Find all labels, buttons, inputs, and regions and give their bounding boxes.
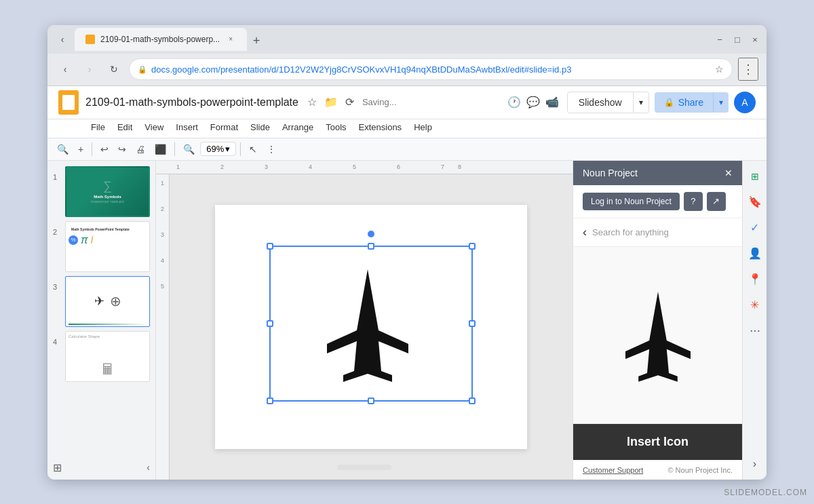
handle-br[interactable] [469,398,476,404]
sidebar-contacts-btn[interactable]: 👤 [745,244,765,264]
star-btn[interactable]: ☆ [303,93,322,112]
minimize-btn[interactable]: − [715,35,724,44]
paint-format-btn[interactable]: ⬛ [151,141,170,157]
forward-btn[interactable]: › [80,60,99,79]
share-label: Share [678,97,703,108]
zoom-display[interactable]: 69% ▾ [200,142,236,156]
history-icon-btn[interactable]: 🕐 [505,93,524,112]
customer-support-link[interactable]: Customer Support [583,466,643,474]
handle-tc[interactable] [368,243,374,250]
lock-icon: 🔒 [138,65,147,74]
noun-share-icon-btn[interactable]: ↗ [707,192,726,211]
slide-preview-1[interactable]: ∑ Math Symbols POWERPOINT TEMPLATE [65,166,150,217]
url-text: docs.google.com/presentation/d/1D12V2W2Y… [151,64,711,75]
new-tab-btn[interactable]: + [247,32,266,51]
history-btn[interactable]: ⟳ [341,93,360,112]
slide-thumb-4[interactable]: 4 Calculator Shape 🖩 [53,331,150,382]
folder-btn[interactable]: 📁 [322,93,341,112]
slide-canvas[interactable] [215,205,527,449]
slide-preview-2[interactable]: Math Symbols PowerPoint Template % π / [65,221,150,272]
slide-preview-3[interactable]: ✈ ⊕ [65,276,150,327]
slideshow-btn[interactable]: Slideshow [567,92,634,113]
browser-menu-btn[interactable]: ⋮ [738,58,758,81]
sidebar-sheets-btn[interactable]: ⊞ [745,166,765,187]
noun-close-btn[interactable]: ✕ [724,168,733,178]
zoom-out-btn[interactable]: 🔍 [53,141,73,157]
slide3-plane: ✈ [94,294,104,309]
noun-help-btn[interactable]: ? [684,192,703,211]
cursor-btn[interactable]: ↖ [245,141,261,157]
back-btn[interactable]: ‹ [56,60,75,79]
airplane-container [276,252,459,395]
handle-ml[interactable] [267,320,273,327]
handle-tr[interactable] [469,243,476,250]
menu-arrange[interactable]: Arrange [277,119,319,135]
noun-panel-title: Noun Project [583,168,638,178]
collapse-panel-btn[interactable]: ‹ [147,462,150,473]
redo-btn[interactable]: ↪ [114,141,130,157]
menu-edit[interactable]: Edit [112,119,138,135]
sidebar-keep-btn[interactable]: 🔖 [745,192,765,212]
window-controls: − □ × [715,35,760,44]
noun-search-placeholder: Search for anything [592,227,669,237]
airplane-svg [300,256,435,391]
menu-help[interactable]: Help [408,119,438,135]
handle-tl[interactable] [267,243,273,250]
active-tab[interactable]: 2109-01-math-symbols-powerp... × [75,28,247,51]
tab-close-btn[interactable]: × [225,34,236,45]
comment-btn[interactable]: 💬 [524,93,543,112]
noun-login-btn[interactable]: Log in to Noun Project [583,193,680,210]
slide-thumb-3[interactable]: 3 ✈ ⊕ [53,276,150,327]
handle-mr[interactable] [469,320,476,327]
tab-prev-btn[interactable]: ‹ [54,31,71,47]
handle-bc[interactable] [368,398,374,404]
menu-tools[interactable]: Tools [320,119,351,135]
noun-actions: Log in to Noun Project ? ↗ [573,185,742,218]
share-btn[interactable]: 🔒 Share [655,92,713,113]
doc-title: 2109-01-math-symbols-powerpoint-template [85,96,298,109]
sidebar-tasks-btn[interactable]: ✓ [745,218,765,238]
slash-symbol: / [91,235,94,246]
video-btn[interactable]: 📹 [543,93,562,112]
menu-slide[interactable]: Slide [245,119,275,135]
ruler-left: 1 2 3 4 5 [156,174,170,480]
noun-back-btn[interactable]: ‹ [583,225,587,239]
slide-thumb-2[interactable]: 2 Math Symbols PowerPoint Template % π / [53,221,150,272]
grid-view-btn[interactable]: ⊞ [53,461,62,474]
menu-file[interactable]: File [85,119,111,135]
menu-extensions[interactable]: Extensions [353,119,408,135]
menu-bar: File Edit View Insert Format Slide Arran… [47,119,767,138]
icon-preview-area [573,247,742,424]
sidebar-more-btn[interactable]: ⋯ [745,321,765,341]
sidebar-addon-btn[interactable]: ✳ [745,295,765,315]
slide-thumb-1[interactable]: 1 ∑ Math Symbols POWERPOINT TEMPLATE [53,166,150,217]
handle-bl[interactable] [267,398,273,404]
zoom-minus-btn[interactable]: 🔍 [179,141,199,157]
sidebar-maps-btn[interactable]: 📍 [745,269,765,290]
url-bar[interactable]: 🔒 docs.google.com/presentation/d/1D12V2W… [129,58,733,80]
print-btn[interactable]: 🖨 [132,141,149,157]
title-bar: ‹ 2109-01-math-symbols-powerp... × + − □… [47,25,767,54]
menu-format[interactable]: Format [205,119,244,135]
sidebar-expand-btn[interactable]: › [745,454,765,474]
noun-search-bar: ‹ Search for anything [573,218,742,247]
more-tools-btn[interactable]: ⋮ [263,141,280,157]
share-dropdown-btn[interactable]: ▾ [713,92,729,113]
add-btn[interactable]: + [74,141,88,157]
maximize-btn[interactable]: □ [733,35,742,44]
menu-insert[interactable]: Insert [170,119,204,135]
slide-preview-4[interactable]: Calculator Shape 🖩 [65,331,150,382]
slide3-decoration [69,324,147,325]
canvas-scrollbar[interactable] [337,465,391,470]
close-btn[interactable]: × [750,35,760,44]
insert-icon-btn[interactable]: Insert Icon [573,424,742,460]
rotate-handle[interactable] [368,231,374,237]
slideshow-dropdown-btn[interactable]: ▾ [634,92,649,113]
doc-icon [58,90,79,115]
reload-btn[interactable]: ↻ [104,60,123,79]
title-bar-left: ‹ [54,31,71,47]
undo-btn[interactable]: ↩ [96,141,113,157]
slide3-content: ✈ ⊕ [66,277,149,326]
menu-view[interactable]: View [139,119,169,135]
account-avatar[interactable]: A [734,92,756,113]
